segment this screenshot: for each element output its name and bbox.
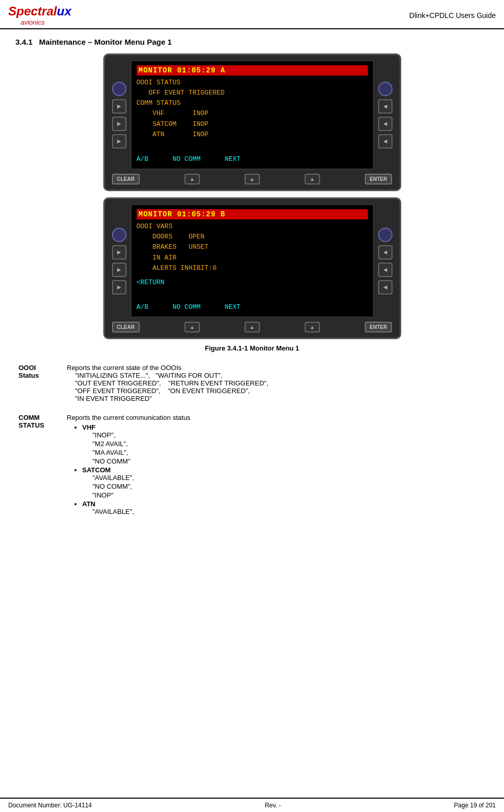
device-a-right-buttons: ◀ ◀ ◀ [378, 82, 393, 149]
device-b-line-blank [137, 288, 368, 298]
device-a-bottom-bar: A/B NO COMM NEXT [137, 154, 368, 164]
device-a-line-1: OOOI STATUS [137, 78, 368, 88]
page-footer: Document Number: UG-14114 Rev. - Page 19… [0, 798, 504, 812]
logo: Spectralux [8, 4, 71, 19]
up-arrow-b3[interactable]: ▲ [305, 322, 320, 333]
logo-avionics: avionics [21, 19, 45, 26]
desc-row-comm: COMM STATUS Reports the current communic… [15, 412, 489, 518]
enter-btn-a[interactable]: ENTER [365, 174, 393, 184]
right-arrow-btn-a1[interactable]: ◀ [378, 99, 393, 114]
device-b-line-5: ALERTS INHIBIT:0 [137, 263, 368, 273]
device-a-line-6: ATN INOP [137, 130, 368, 140]
right-arrow-btn-a3[interactable]: ◀ [378, 134, 393, 149]
logo-area: Spectralux avionics [8, 4, 71, 26]
left-arrow-btn-b1[interactable]: ▶ [112, 245, 126, 260]
right-circle-btn-b[interactable] [378, 228, 393, 242]
left-arrow-btn-a1[interactable]: ▶ [112, 99, 126, 114]
device-b-line-3: BRAKES UNSET [137, 242, 368, 252]
page-header: Spectralux avionics Dlink+CPDLC Users Gu… [0, 0, 504, 29]
left-arrow-btn-b2[interactable]: ▶ [112, 263, 126, 277]
up-arrow-b2[interactable]: ▲ [245, 322, 260, 333]
device-a-left-buttons: ▶ ▶ ▶ [112, 82, 126, 149]
device-b-line-4: IN AIR [137, 253, 368, 263]
oooi-label1: OOOI Status [15, 362, 57, 404]
right-arrow-btn-b1[interactable]: ◀ [378, 245, 393, 260]
oooi-content: Reports the current state of the OOOIs "… [57, 362, 489, 404]
device-a-title-bar: MONITOR 01:05:29 A [137, 65, 368, 76]
description-table: OOOI Status Reports the current state of… [15, 362, 489, 518]
comm-atn-sub: "AVAILABLE", [92, 508, 486, 515]
device-b-right-buttons: ◀ ◀ ◀ [378, 228, 393, 294]
device-b-title-bar: MONITOR 01:05:29 B [137, 209, 368, 219]
device-a-line-7 [137, 140, 368, 150]
comm-satcom-sub: "AVAILABLE", "NO COMM", "INOP" [92, 474, 486, 499]
figure-caption: Figure 3.4.1-1 Monitor Menu 1 [15, 344, 489, 352]
device-a-line-5: SATCOM INOP [137, 119, 368, 130]
right-arrow-btn-a2[interactable]: ◀ [378, 117, 393, 131]
device-b-bottom-btns: CLEAR ▲ ▲ ▲ ENTER [112, 322, 393, 333]
comm-label1: COMM STATUS [15, 412, 57, 518]
right-arrow-btn-b3[interactable]: ◀ [378, 280, 393, 294]
device-a-bottom-btns: CLEAR ▲ ▲ ▲ ENTER [112, 174, 393, 184]
comm-atn-item: ATN "AVAILABLE", [82, 500, 486, 515]
up-arrow-a3[interactable]: ▲ [305, 174, 320, 184]
logo-text: Spectralux [8, 4, 71, 18]
left-arrow-btn-b3[interactable]: ▶ [112, 280, 126, 294]
enter-btn-b[interactable]: ENTER [365, 322, 393, 333]
footer-doc-number: Document Number: UG-14114 [8, 802, 92, 809]
footer-rev: Rev. - [265, 802, 281, 809]
device-b-bottom-bar: A/B NO COMM NEXT [137, 302, 368, 312]
left-arrow-btn-a3[interactable]: ▶ [112, 134, 126, 149]
device-a-line-4: VHF INOP [137, 108, 368, 119]
section-heading: 3.4.1 Maintenance – Monitor Menu Page 1 [15, 38, 489, 46]
device-b-row: ▶ ▶ ▶ MONITOR 01:05:29 B OOOI VARS DOORS… [112, 204, 393, 318]
left-arrow-btn-a2[interactable]: ▶ [112, 117, 126, 131]
right-circle-btn-a[interactable] [378, 82, 393, 96]
footer-page: Page 19 of 201 [454, 802, 496, 809]
clear-btn-b[interactable]: CLEAR [112, 322, 140, 333]
device-a-row: ▶ ▶ ▶ MONITOR 01:05:29 A OOOI STATUS OFF… [112, 60, 393, 170]
device-b-return: <RETURN [137, 278, 368, 288]
header-title: Dlink+CPDLC Users Guide [409, 11, 496, 20]
device-b-line-1: OOOI VARS [137, 222, 368, 232]
device-b-line-2: DOORS OPEN [137, 232, 368, 242]
desc-row-oooi: OOOI Status Reports the current state of… [15, 362, 489, 404]
up-arrow-a2[interactable]: ▲ [245, 174, 260, 184]
device-container: ▶ ▶ ▶ MONITOR 01:05:29 A OOOI STATUS OFF… [15, 53, 489, 339]
device-a-line-2: OFF EVENT TRIGGERED [137, 88, 368, 98]
comm-bullet-list: VHF "INOP", "M2 AVAIL", "MA AVAIL", "NO … [82, 423, 486, 515]
up-arrow-a1[interactable]: ▲ [184, 174, 200, 184]
left-circle-btn-a[interactable] [112, 82, 126, 96]
comm-satcom-item: SATCOM "AVAILABLE", "NO COMM", "INOP" [82, 466, 486, 499]
comm-vhf-item: VHF "INOP", "M2 AVAIL", "MA AVAIL", "NO … [82, 423, 486, 465]
device-b-left-buttons: ▶ ▶ ▶ [112, 228, 126, 294]
main-content: 3.4.1 Maintenance – Monitor Menu Page 1 … [0, 29, 504, 537]
device-a: ▶ ▶ ▶ MONITOR 01:05:29 A OOOI STATUS OFF… [103, 53, 401, 191]
comm-content: Reports the current communication status… [57, 412, 489, 518]
right-arrow-btn-b2[interactable]: ◀ [378, 263, 393, 277]
comm-vhf-sub: "INOP", "M2 AVAIL", "MA AVAIL", "NO COMM… [92, 431, 486, 465]
clear-btn-a[interactable]: CLEAR [112, 174, 140, 184]
up-arrow-b1[interactable]: ▲ [184, 322, 200, 333]
device-a-screen: MONITOR 01:05:29 A OOOI STATUS OFF EVENT… [130, 60, 374, 170]
device-a-line-3: COMM STATUS [137, 98, 368, 108]
device-b: ▶ ▶ ▶ MONITOR 01:05:29 B OOOI VARS DOORS… [103, 197, 401, 339]
left-circle-btn-b[interactable] [112, 228, 126, 242]
device-b-screen: MONITOR 01:05:29 B OOOI VARS DOORS OPEN … [130, 204, 374, 318]
